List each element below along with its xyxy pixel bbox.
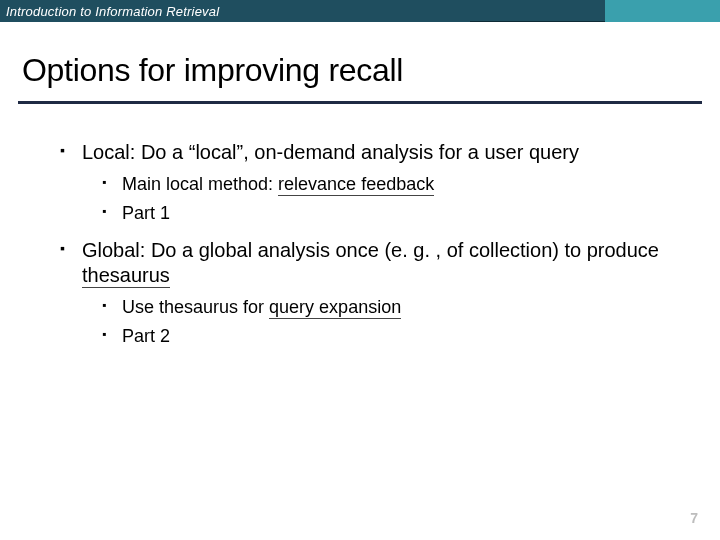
sub-text: Part 1 xyxy=(122,203,170,223)
sub-text: Use thesaurus for xyxy=(122,297,269,317)
list-item: Part 1 xyxy=(102,202,674,225)
keyword: thesaurus xyxy=(82,264,170,288)
course-title: Introduction to Information Retrieval xyxy=(6,4,219,19)
list-item: Use thesaurus for query expansion xyxy=(102,296,674,319)
keyword: query expansion xyxy=(269,297,401,319)
bullet-text: Global: Do a global analysis once (e. g.… xyxy=(82,239,659,261)
sub-text: Part 2 xyxy=(122,326,170,346)
sub-list: Main local method: relevance feedback Pa… xyxy=(102,173,674,224)
slide-title: Options for improving recall xyxy=(22,52,698,89)
keyword: relevance feedback xyxy=(278,174,434,196)
slide: Introduction to Information Retrieval Op… xyxy=(0,0,720,540)
list-item: Global: Do a global analysis once (e. g.… xyxy=(60,238,674,347)
sub-text: Main local method: xyxy=(122,174,278,194)
list-item: Main local method: relevance feedback xyxy=(102,173,674,196)
header-bar: Introduction to Information Retrieval xyxy=(0,0,720,22)
list-item: Local: Do a “local”, on-demand analysis … xyxy=(60,140,674,224)
list-item: Part 2 xyxy=(102,325,674,348)
content: Local: Do a “local”, on-demand analysis … xyxy=(0,104,720,347)
bullet-text: Local: Do a “local”, on-demand analysis … xyxy=(82,141,579,163)
bullet-list: Local: Do a “local”, on-demand analysis … xyxy=(60,140,674,347)
sub-list: Use thesaurus for query expansion Part 2 xyxy=(102,296,674,347)
title-area: Options for improving recall xyxy=(0,22,720,95)
page-number: 7 xyxy=(690,510,698,526)
course-band: Introduction to Information Retrieval xyxy=(0,0,470,22)
header-accent xyxy=(605,0,720,22)
